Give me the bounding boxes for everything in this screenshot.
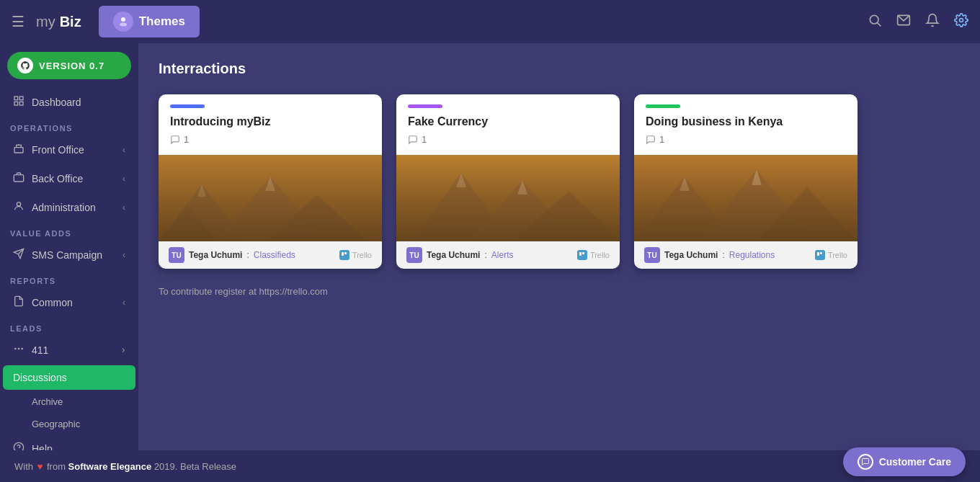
card-introducing-mybiz: Introducing myBiz 1 (159, 94, 382, 269)
common-chevron-icon: ‹ (122, 298, 125, 308)
logo-biz: Biz (60, 14, 81, 30)
card-user-2: TU Tega Uchumi: Alerts (406, 247, 514, 263)
card-title-1: Introducing myBiz (170, 115, 370, 128)
footer-heart: ♥ (37, 461, 45, 472)
svg-rect-45 (820, 252, 822, 254)
comment-count-2: 1 (422, 134, 427, 145)
common-icon (13, 295, 24, 310)
footer-brand: Software Elegance (68, 461, 152, 472)
card-fake-currency: Fake Currency 1 (396, 94, 620, 269)
svg-rect-44 (817, 252, 819, 256)
customer-care-button[interactable]: Customer Care (843, 447, 966, 476)
card-top-1: Introducing myBiz 1 (159, 94, 382, 155)
cards-row: Introducing myBiz 1 (159, 94, 960, 269)
main-layout: VERSION 0.7 Dashboard OPERATIONS Front O… (0, 43, 980, 450)
comment-count-3: 1 (659, 134, 664, 145)
sidebar-item-dashboard[interactable]: Dashboard (3, 89, 135, 116)
svg-point-16 (18, 348, 19, 349)
svg-point-13 (17, 202, 20, 206)
sidebar-item-administration[interactable]: Administration ‹ (3, 194, 135, 221)
card-user-1: TU Tega Uchumi: Classifieds (169, 247, 295, 263)
card-image-3 (634, 155, 858, 241)
menu-icon[interactable]: ☰ (12, 13, 24, 30)
sms-campaign-icon (13, 248, 24, 262)
svg-marker-25 (159, 205, 216, 241)
card-user-3: TU Tega Uchumi: Regulations (644, 247, 775, 263)
trello-label-2: Trello (590, 251, 610, 259)
sidebar-item-discussions[interactable]: Discussions (3, 365, 135, 390)
svg-point-5 (960, 18, 963, 22)
svg-rect-29 (344, 252, 347, 254)
card-user-tag-2: Alerts (491, 250, 514, 260)
customer-care-icon (858, 454, 873, 470)
card-top-2: Fake Currency 1 (396, 94, 620, 155)
svg-rect-6 (14, 97, 18, 100)
footer: With ♥ from Software Elegance 2019. Beta… (0, 450, 980, 482)
svg-point-0 (121, 17, 125, 22)
svg-rect-10 (14, 148, 23, 153)
card-title-2: Fake Currency (408, 115, 608, 128)
gear-icon[interactable] (954, 13, 968, 31)
sidebar-item-sms-campaign[interactable]: SMS Campaign ‹ (3, 241, 135, 269)
archive-label: Archive (32, 396, 63, 407)
svg-marker-39 (634, 177, 735, 241)
svg-marker-32 (468, 180, 576, 241)
sidebar-item-archive[interactable]: Archive (3, 391, 135, 412)
svg-marker-26 (265, 177, 275, 191)
footer-text: With ♥ from Software Elegance 2019. Beta… (14, 461, 236, 472)
trello-logo-1: Trello (339, 250, 372, 260)
contribute-text: To contribute register at https://trello… (159, 286, 960, 297)
svg-marker-24 (267, 195, 368, 241)
sidebar-item-front-office[interactable]: Front Office ‹ (3, 136, 135, 164)
trello-logo-2: Trello (577, 250, 610, 260)
footer-post: 2019. Beta Release (154, 461, 236, 472)
sms-campaign-chevron-icon: ‹ (122, 250, 125, 260)
sidebar-item-geographic[interactable]: Geographic (3, 414, 135, 434)
card-footer-2: TU Tega Uchumi: Alerts Trello (396, 241, 620, 269)
mail-icon[interactable] (896, 13, 911, 31)
sidebar-item-help[interactable]: Help (3, 435, 135, 450)
card-footer-3: TU Tega Uchumi: Regulations Trello (634, 241, 858, 269)
sidebar-item-411[interactable]: 411 ⌄ (3, 336, 135, 364)
card-user-avatar-2: TU (406, 247, 422, 263)
411-chevron-icon: ⌄ (115, 346, 127, 354)
card-doing-business: Doing business in Kenya 1 (634, 94, 858, 269)
svg-rect-8 (14, 102, 18, 105)
svg-point-17 (22, 348, 22, 349)
svg-marker-31 (411, 173, 512, 241)
app-logo: myBiz (36, 14, 81, 30)
help-label: Help (32, 443, 53, 450)
front-office-chevron-icon: ‹ (122, 145, 125, 155)
discussions-label: Discussions (13, 372, 67, 383)
topbar: ☰ myBiz Themes (0, 0, 980, 43)
card-comments-1: 1 (170, 134, 370, 145)
sidebar-item-label: Back Office (32, 173, 83, 184)
search-icon[interactable] (868, 13, 882, 31)
leads-section-label: LEADS (0, 317, 138, 336)
sidebar-item-label: SMS Campaign (32, 249, 102, 261)
card-user-avatar-1: TU (169, 247, 184, 263)
sidebar-item-common[interactable]: Common ‹ (3, 289, 135, 316)
trello-label-1: Trello (352, 251, 372, 259)
themes-button[interactable]: Themes (99, 6, 200, 37)
card-comments-2: 1 (408, 134, 608, 145)
operations-section-label: OPERATIONS (0, 117, 138, 135)
svg-rect-37 (582, 252, 584, 254)
trello-label-3: Trello (828, 251, 847, 259)
logo-my: my (36, 14, 55, 30)
card-footer-1: TU Tega Uchumi: Classifieds Trello (159, 241, 382, 269)
version-button[interactable]: VERSION 0.7 (7, 52, 131, 79)
github-icon (17, 58, 33, 73)
help-icon (13, 442, 24, 450)
svg-point-1 (120, 23, 127, 27)
svg-marker-40 (699, 169, 814, 241)
trello-icon-1 (339, 250, 349, 260)
svg-marker-43 (680, 177, 690, 191)
card-user-tag-1: Classifieds (254, 250, 295, 260)
sidebar-item-label: 411 (32, 344, 48, 356)
sidebar-item-back-office[interactable]: Back Office ‹ (3, 165, 135, 192)
svg-marker-42 (752, 169, 762, 185)
bell-icon[interactable] (925, 13, 940, 31)
svg-rect-30 (396, 155, 620, 241)
card-accent-1 (170, 104, 205, 108)
